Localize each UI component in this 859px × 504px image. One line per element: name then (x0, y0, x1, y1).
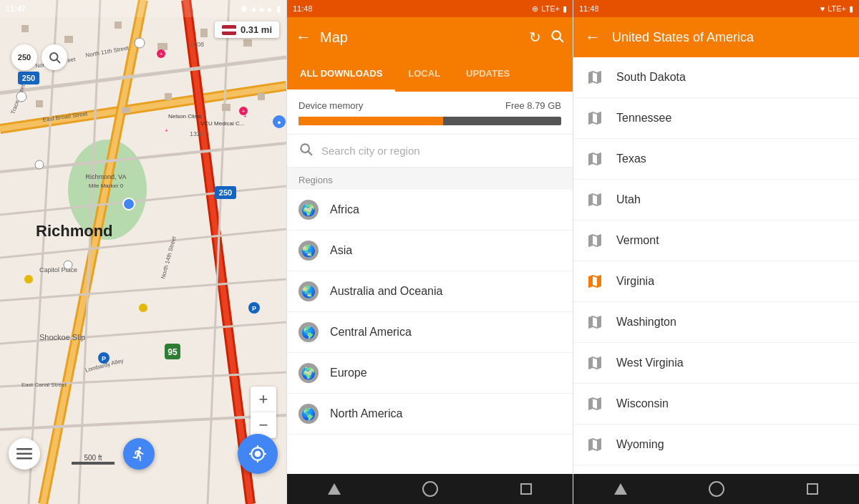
locate-button[interactable] (238, 434, 278, 474)
map-fold-icon (585, 435, 605, 455)
back-arrow-button[interactable]: ← (585, 28, 601, 47)
downloads-nav-bar (287, 474, 573, 504)
home-button[interactable] (422, 481, 438, 497)
state-list: South Dakota Tennessee Texas Utah (573, 57, 859, 474)
search-input[interactable]: Search city or region (321, 145, 561, 157)
list-item[interactable]: Wisconsin (573, 384, 859, 425)
list-item[interactable]: Utah (573, 180, 859, 220)
search-icon (299, 142, 313, 160)
globe-icon: 🌏 (299, 281, 319, 301)
globe-icon: 🌍 (299, 363, 319, 383)
tab-all-downloads[interactable]: ALL DOWNLOADS (287, 57, 395, 92)
refresh-button[interactable]: ↻ (529, 29, 541, 46)
state-name: Virginia (616, 275, 654, 288)
distance-value: 0.31 mi (241, 24, 272, 35)
svg-rect-27 (21, 25, 29, 32)
states-toolbar: ← United States of America (573, 17, 859, 57)
state-name: Wyoming (616, 438, 664, 451)
zoom-in-button[interactable]: + (251, 387, 276, 412)
list-item[interactable]: Tennessee (573, 98, 859, 139)
map-controls (0, 434, 286, 474)
svg-text:95: 95 (168, 347, 178, 357)
svg-point-52 (135, 38, 145, 48)
region-name: North America (330, 407, 402, 420)
signal-icon: ▲▲▲ (250, 4, 273, 13)
list-item[interactable]: 🌍 Europe (287, 353, 573, 394)
svg-text:Shockoe Slip: Shockoe Slip (39, 333, 85, 341)
directions-button[interactable] (123, 438, 155, 470)
svg-rect-36 (222, 104, 230, 111)
svg-rect-74 (16, 448, 32, 450)
downloads-panel: 11:48 ⊕ LTE+ ▮ ← Map ↻ ALL DOWNLOADS LOC… (286, 0, 573, 504)
svg-text:Richmond, VA: Richmond, VA (86, 173, 127, 180)
downloads-toolbar: ← Map ↻ (287, 17, 573, 57)
region-list: 🌍 Africa 🌏 Asia 🌏 Australia and Oceania … (287, 190, 573, 474)
downloads-status-bar: 11:48 ⊕ LTE+ ▮ (287, 0, 573, 17)
tab-updates[interactable]: UPDATES (453, 57, 523, 92)
list-item[interactable]: 🌏 Asia (287, 231, 573, 271)
memory-label: Device memory (299, 100, 363, 111)
map-fold-icon (585, 231, 605, 251)
search-row[interactable]: Search city or region (287, 135, 573, 168)
svg-text:+: + (242, 108, 246, 115)
svg-rect-29 (115, 21, 122, 29)
menu-button[interactable] (9, 438, 40, 470)
list-item[interactable]: 🌎 North America (287, 394, 573, 435)
region-name: Asia (330, 244, 352, 257)
svg-rect-35 (165, 93, 172, 100)
recents-button[interactable] (807, 483, 818, 495)
list-item[interactable]: Texas (573, 139, 859, 180)
tab-local[interactable]: LOCAL (395, 57, 453, 92)
back-arrow-button[interactable]: ← (296, 28, 311, 47)
svg-rect-34 (122, 107, 130, 113)
back-button[interactable] (328, 483, 341, 495)
globe-icon: 🌍 (299, 200, 319, 220)
regions-header: Regions (287, 168, 573, 190)
memory-free: Free 8.79 GB (505, 100, 561, 111)
map-fold-icon (585, 67, 605, 87)
svg-rect-30 (157, 43, 168, 50)
map-fold-icon (585, 312, 605, 332)
svg-text:250: 250 (22, 74, 35, 82)
globe-icon: 🌎 (299, 322, 319, 342)
region-name: Central America (330, 326, 412, 339)
svg-rect-33 (36, 100, 43, 107)
home-button[interactable] (709, 481, 724, 497)
memory-section: Device memory Free 8.79 GB (287, 92, 573, 135)
svg-text:1323: 1323 (190, 130, 204, 137)
list-item[interactable]: South Dakota (573, 57, 859, 98)
svg-point-58 (64, 261, 72, 269)
list-item[interactable]: 🌏 Australia and Oceania (287, 271, 573, 312)
svg-text:+: + (165, 127, 168, 134)
recents-button[interactable] (520, 483, 532, 495)
list-item[interactable]: 🌍 Africa (287, 190, 573, 231)
memory-bar (299, 117, 561, 125)
list-item[interactable]: Virginia (573, 261, 859, 302)
map-time: 11:47 (6, 4, 26, 13)
list-item[interactable]: Vermont (573, 220, 859, 261)
list-item[interactable]: Washington (573, 302, 859, 343)
state-name: Texas (616, 152, 646, 165)
list-item[interactable]: West Virginia (573, 343, 859, 384)
scale-badge: 250 (11, 44, 37, 70)
svg-text:+: + (160, 51, 163, 57)
svg-point-60 (139, 304, 147, 312)
globe-icon: 🌏 (299, 241, 319, 261)
search-button[interactable] (550, 29, 564, 47)
globe-icon: 🌎 (299, 404, 319, 424)
distance-banner: 0.31 mi (215, 21, 279, 38)
map-search-button[interactable] (42, 44, 67, 70)
svg-text:East Canal Street: East Canal Street (21, 382, 67, 388)
list-item[interactable]: Wyoming (573, 425, 859, 465)
map-background: 95 250 250 Richmond, VA Mile Marker 0 VC… (0, 0, 286, 504)
state-name: Washington (616, 316, 676, 329)
states-status-bar: 11:48 ♥ LTE+ ▮ (573, 0, 859, 17)
svg-text:VCU Medical C...: VCU Medical C... (200, 120, 244, 127)
state-name: Tennessee (616, 112, 671, 125)
svg-text:250: 250 (219, 188, 232, 197)
back-button[interactable] (614, 483, 627, 495)
list-item[interactable]: 🌎 Central America (287, 312, 573, 353)
svg-point-69 (123, 198, 135, 210)
heart-icon: ♥ (820, 4, 825, 13)
states-time: 11:48 (579, 4, 599, 13)
